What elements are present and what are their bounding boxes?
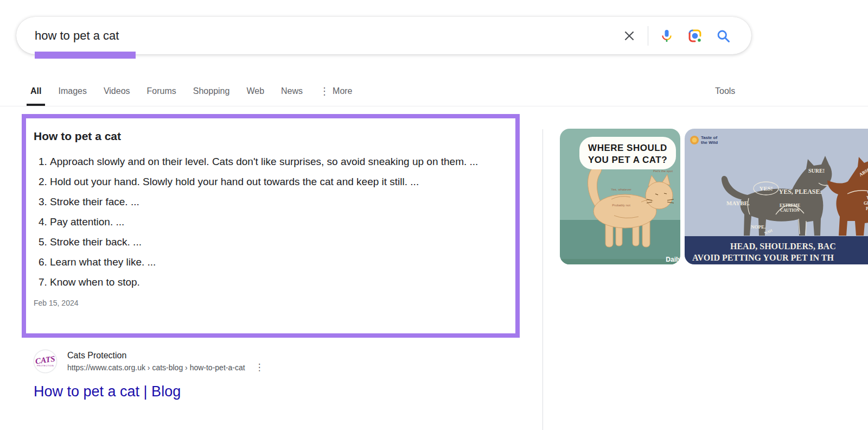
lens-icon xyxy=(687,28,703,43)
label-extreme: EXTREME xyxy=(780,203,800,208)
tab-all[interactable]: All xyxy=(30,76,41,106)
search-bar-icons xyxy=(615,24,751,48)
source-site-name[interactable]: Cats Protection xyxy=(67,350,266,362)
tab-more-label: More xyxy=(333,86,352,96)
tab-news[interactable]: News xyxy=(281,76,303,106)
bubble-text-line2: YOU PET A CAT? xyxy=(588,155,667,165)
label-yes: YES! xyxy=(759,185,773,192)
search-icon xyxy=(716,28,731,43)
image-result-pet-your-pet-chart[interactable]: Taste of the Wild MAYBE. YES! YES, PLEAS… xyxy=(685,129,868,264)
tab-shopping-label: Shopping xyxy=(193,86,230,96)
result-title-link[interactable]: How to pet a cat | Blog xyxy=(34,383,181,400)
tab-more[interactable]: ⋮ More xyxy=(320,76,352,106)
banner-text-line2: AVOID PETTING YOUR PET IN TH xyxy=(692,253,834,262)
tab-videos-label: Videos xyxy=(104,86,130,96)
card2-logo-line1: Taste of xyxy=(701,135,717,140)
tools-button[interactable]: Tools xyxy=(715,76,735,106)
result-options-kebab-icon[interactable]: ⋮ xyxy=(253,362,266,373)
snippet-step: Stroke their face. ... xyxy=(50,194,505,210)
cat-diagram-micro-label: Probably not xyxy=(612,204,630,207)
snippet-step: Pay attention. ... xyxy=(50,214,505,230)
results-tab-bar: All Images Videos Forums Shopping Web Ne… xyxy=(0,76,868,106)
search-submit-button[interactable] xyxy=(709,24,737,48)
snippet-title: How to pet a cat xyxy=(34,130,505,143)
tab-shopping[interactable]: Shopping xyxy=(193,76,230,106)
tab-videos[interactable]: Videos xyxy=(104,76,130,106)
google-lens-button[interactable] xyxy=(681,24,709,48)
label-caution: CAUTION xyxy=(780,208,800,213)
image-result-where-to-pet-cat[interactable]: Pet's the spot Yes, whatever Probably no… xyxy=(560,129,680,264)
label-pick: PICK xyxy=(866,206,868,211)
column-divider xyxy=(542,129,543,430)
snippet-step: Learn what they like. ... xyxy=(50,254,505,270)
mic-icon xyxy=(659,28,674,43)
search-bar[interactable] xyxy=(16,17,751,54)
cat-diagram-micro-label: Pet's the spot xyxy=(653,169,673,173)
tab-images-label: Images xyxy=(58,86,86,96)
close-icon xyxy=(622,29,636,43)
tab-images[interactable]: Images xyxy=(58,76,86,106)
bubble-text-line1: WHERE SHOULD xyxy=(588,143,667,153)
snippet-step: Stroke their back. ... xyxy=(50,234,505,250)
tab-news-label: News xyxy=(281,86,303,96)
tab-forums[interactable]: Forums xyxy=(147,76,176,106)
snippet-steps-list: Approach slowly and on their level. Cats… xyxy=(50,154,505,290)
search-input[interactable] xyxy=(16,29,615,43)
snippet-step: Hold out your hand. Slowly hold your han… xyxy=(50,174,505,189)
tab-forums-label: Forums xyxy=(147,86,176,96)
card1-watermark: Daily xyxy=(666,256,680,263)
pet-chart-illustration: Taste of the Wild MAYBE. YES! YES, PLEAS… xyxy=(685,129,868,264)
result-source-row: CATS PROTECTION Cats Protection https://… xyxy=(34,350,266,373)
label-great: GREAT xyxy=(864,201,868,206)
card2-logo-line2: the Wild xyxy=(701,140,718,145)
banner-text-line1: HEAD, SHOULDERS, BAC xyxy=(730,242,836,251)
source-text-block: Cats Protection https://www.cats.org.uk … xyxy=(67,350,266,373)
source-url-row: https://www.cats.org.uk › cats-blog › ho… xyxy=(67,362,266,373)
tools-label: Tools xyxy=(715,86,735,96)
label-maybe: MAYBE. xyxy=(726,200,750,206)
source-breadcrumb: https://www.cats.org.uk › cats-blog › ho… xyxy=(67,362,245,373)
tab-all-label: All xyxy=(30,86,41,96)
cat-petting-diagram-illustration: Pet's the spot Yes, whatever Probably no… xyxy=(560,129,680,264)
label-yes-please: YES, PLEASE. xyxy=(778,188,821,195)
clear-search-button[interactable] xyxy=(615,24,643,48)
more-vertical-dots-icon: ⋮ xyxy=(320,86,329,96)
search-icons-divider xyxy=(648,26,648,46)
voice-search-button[interactable] xyxy=(653,24,681,48)
cats-protection-favicon[interactable]: CATS PROTECTION xyxy=(34,350,57,373)
snippet-step: Know when to stop. xyxy=(50,274,505,290)
snippet-step: Approach slowly and on their level. Cats… xyxy=(50,154,505,169)
tabs-list: All Images Videos Forums Shopping Web Ne… xyxy=(30,76,353,106)
label-nope: NOPE. xyxy=(751,224,765,230)
snippet-date: Feb 15, 2024 xyxy=(34,299,505,307)
tab-web[interactable]: Web xyxy=(246,76,264,106)
cat-diagram-micro-label: Yes, whatever xyxy=(611,188,631,191)
query-highlight-annotation xyxy=(35,52,136,59)
label-sure: SURE! xyxy=(808,168,825,174)
tab-web-label: Web xyxy=(246,86,264,96)
featured-snippet-box: How to pet a cat Approach slowly and on … xyxy=(22,114,520,338)
